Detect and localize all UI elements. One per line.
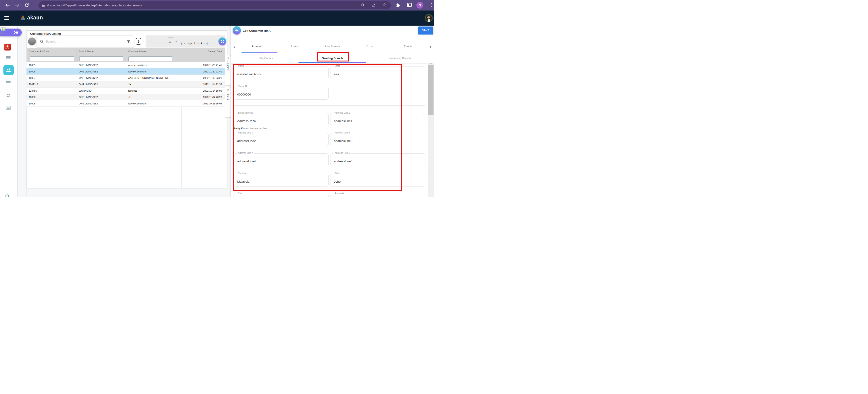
funnel-icon: [227, 89, 229, 91]
sidebar-item-customer-rma-active[interactable]: [3, 65, 14, 75]
zoom-out-icon[interactable]: [361, 3, 365, 7]
form-scrollbar-thumb[interactable]: [428, 65, 434, 115]
table-row[interactable]: 10009 ONE LIVING SS2 wavelet solutions 2…: [27, 62, 225, 68]
cell-rma-no: 10008: [27, 68, 76, 74]
filter-input-rma-no[interactable]: [30, 56, 74, 61]
table-row[interactable]: 10006 ONE LIVING SS2 JH 2022-11-04 20:20: [27, 94, 225, 100]
tab-attachments[interactable]: Attachments: [314, 45, 351, 48]
editor-title: Edit Customer RMA: [243, 29, 271, 32]
column-header[interactable]: Customer RMA No: [27, 48, 76, 55]
tabs-scroll-right-icon[interactable]: ›: [427, 44, 434, 49]
address-bar[interactable]: akaun.cloud/#/applet/tnt/wavelet/erp/int…: [38, 1, 391, 9]
scrollbar-up-icon[interactable]: ▲: [428, 62, 434, 64]
cell-created: 2022-11-20 21:40: [175, 68, 225, 74]
column-header[interactable]: Created Date: [175, 48, 225, 55]
listing-title: Customer RMA Listing: [30, 32, 61, 35]
user-avatar[interactable]: [425, 14, 433, 22]
table-row[interactable]: 10007 ONE LIVING SS2 AAD CONTRUCTION & E…: [27, 75, 225, 81]
cell-customer: JH: [126, 81, 175, 87]
browser-profile-avatar[interactable]: N: [416, 2, 423, 9]
browser-menu-dots-icon[interactable]: ⋮: [429, 2, 433, 7]
first-page-button[interactable]: |‹: [181, 42, 183, 45]
cell-customer: wavelet solutions: [126, 100, 175, 107]
sidebar: [0, 26, 18, 197]
table-row[interactable]: 10005 ONE LIVING SS2 wavelet solutions 2…: [27, 100, 225, 107]
filters-tab-label: Filters: [227, 93, 229, 100]
sidebar-item-listing-icon[interactable]: [6, 56, 11, 60]
tab-events[interactable]: Events: [389, 45, 427, 48]
search-icon: [40, 40, 44, 43]
field-city[interactable]: City: [234, 194, 329, 197]
annotation-box-form: [233, 64, 402, 191]
cell-branch: ONE LIVING SS2: [76, 94, 126, 100]
cell-rma-no: 10009: [27, 62, 76, 68]
field-postcode[interactable]: Postcode: [330, 194, 425, 197]
lock-icon: [42, 3, 45, 7]
sidebar-collapse-icon[interactable]: [14, 31, 19, 34]
browser-back-icon[interactable]: [5, 3, 10, 8]
hamburger-menu-icon[interactable]: [4, 16, 9, 21]
browser-forward-icon[interactable]: [14, 3, 20, 8]
people-icon: [6, 68, 11, 72]
column-header[interactable]: Customer Name: [126, 48, 175, 55]
bookmark-star-icon[interactable]: ☆: [382, 3, 386, 7]
prev-page-button[interactable]: ‹: [184, 42, 185, 45]
annotation-box-sending-branch: [317, 52, 349, 61]
cell-rma-no: 10007: [27, 75, 76, 81]
filters-vertical-tab[interactable]: Filters: [225, 87, 231, 118]
sidebar-item-list2-icon[interactable]: [6, 81, 11, 85]
rows-per-page-select[interactable]: 10: [168, 40, 172, 43]
sidebar-item-form-icon[interactable]: [6, 106, 11, 110]
column-separator: [76, 49, 77, 61]
tabs-scroll-left-icon[interactable]: ‹: [231, 44, 238, 49]
last-page-button[interactable]: ›|: [206, 42, 208, 45]
extensions-puzzle-icon[interactable]: [396, 3, 400, 7]
cell-customer: wavelet solutions: [126, 62, 175, 68]
subtab-receiving-branch[interactable]: Receiving Branch: [366, 57, 434, 60]
tab-lines[interactable]: Lines: [276, 45, 314, 48]
subtab-entity-details[interactable]: Entity Details: [231, 57, 299, 60]
browser-chrome: akaun.cloud/#/applet/tnt/wavelet/erp/int…: [0, 0, 434, 10]
cell-created: 2022-11-14 12:32: [175, 81, 225, 87]
cell-customer: AAD CONTRUCTION & ENGINEERI...: [126, 75, 175, 81]
subtab-divider: [231, 63, 434, 64]
tab-export[interactable]: Export: [351, 45, 389, 48]
sidebar-item-contacts-icon[interactable]: [6, 93, 11, 98]
cell-rma-no: 10006: [27, 94, 76, 100]
cell-created: 2022-11-04 20:20: [175, 94, 225, 100]
field-label: Postcode: [334, 192, 345, 195]
filter-list-icon[interactable]: [127, 40, 130, 43]
reply-arrow-icon: [235, 28, 239, 33]
sidebar-item-app-tile[interactable]: 大: [4, 44, 11, 51]
screen: akaun.cloud/#/applet/tnt/wavelet/erp/int…: [0, 0, 434, 197]
columns-vertical-tab[interactable]: Columns: [225, 55, 231, 86]
add-record-button[interactable]: +: [28, 37, 36, 45]
filter-input-branch[interactable]: [79, 56, 123, 61]
back-button[interactable]: [232, 26, 241, 34]
save-button[interactable]: SAVE: [418, 27, 433, 34]
active-tab-underline: [241, 52, 277, 53]
cell-created: 2022-11-09 23:21: [175, 75, 225, 81]
share-icon[interactable]: [372, 3, 376, 7]
next-page-button[interactable]: ›: [204, 42, 205, 45]
cell-customer: wavelet solutions: [126, 68, 175, 74]
side-panel-icon[interactable]: [407, 3, 412, 7]
search-input[interactable]: [45, 40, 127, 43]
tab-account[interactable]: Account: [238, 45, 276, 48]
duplicate-count-icon[interactable]: 2: [136, 38, 141, 44]
sidebar-logo-alt-text: logo: [1, 32, 6, 34]
filter-input-customer[interactable]: [128, 56, 172, 61]
table-row-selected[interactable]: 10008 ONE LIVING SS2 wavelet solutions 2…: [27, 68, 225, 75]
search-box[interactable]: [37, 35, 134, 48]
cell-branch: ONE LIVING SS2: [76, 75, 126, 81]
field-label: City: [237, 192, 243, 195]
table-row[interactable]: 123456 WORKSHOP test0811 2022-11-14 15:0…: [27, 88, 225, 94]
cell-customer: JH: [126, 94, 175, 100]
caret-down-icon[interactable]: ▾: [176, 40, 177, 43]
settings-gear-icon[interactable]: ⚙: [5, 193, 9, 197]
browser-refresh-icon[interactable]: [24, 3, 29, 8]
grid-view-button[interactable]: [218, 37, 226, 45]
drag-handle-icon: [227, 57, 229, 59]
column-header[interactable]: Branch Name: [76, 48, 126, 55]
table-row[interactable]: 2002113 ONE LIVING SS2 JH 2022-11-14 12:…: [27, 81, 225, 88]
